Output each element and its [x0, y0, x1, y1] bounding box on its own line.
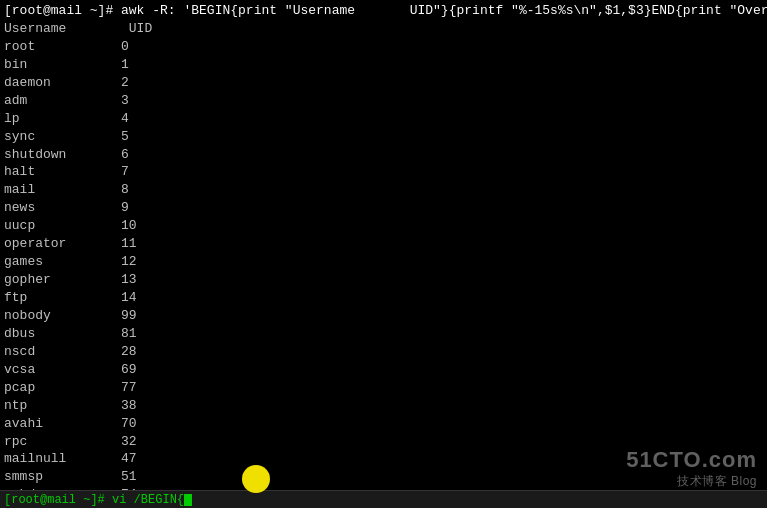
bottom-bar: [root@mail ~]# vi /BEGIN{ [0, 490, 767, 508]
table-row: adm 3 [4, 92, 763, 110]
table-row: halt 7 [4, 163, 763, 181]
table-row: games 12 [4, 253, 763, 271]
watermark: 51CTO.com 技术博客 Blog [626, 447, 757, 490]
table-row: bin 1 [4, 56, 763, 74]
table-row: news 9 [4, 199, 763, 217]
table-row: lp 4 [4, 110, 763, 128]
table-row: nobody 99 [4, 307, 763, 325]
table-row: operator 11 [4, 235, 763, 253]
table-row: avahi 70 [4, 415, 763, 433]
watermark-sub: 技术博客 Blog [677, 473, 757, 490]
command-line: [root@mail ~]# awk -R: 'BEGIN{print "Use… [4, 2, 763, 20]
watermark-main: 51CTO.com [626, 447, 757, 473]
output-header: Username UID [4, 20, 763, 38]
rows-container: root 0bin 1daemon 2adm 3lp 4sync 5shutdo… [4, 38, 763, 508]
table-row: root 0 [4, 38, 763, 56]
terminal-window: [root@mail ~]# awk -R: 'BEGIN{print "Use… [0, 0, 767, 508]
table-row: ftp 14 [4, 289, 763, 307]
terminal-content: [root@mail ~]# awk -R: 'BEGIN{print "Use… [4, 2, 763, 508]
bottom-prompt: [root@mail ~]# vi /BEGIN{ [4, 493, 184, 507]
text-cursor [184, 494, 192, 506]
table-row: vcsa 69 [4, 361, 763, 379]
table-row: uucp 10 [4, 217, 763, 235]
table-row: shutdown 6 [4, 146, 763, 164]
table-row: nscd 28 [4, 343, 763, 361]
table-row: ntp 38 [4, 397, 763, 415]
table-row: gopher 13 [4, 271, 763, 289]
table-row: mail 8 [4, 181, 763, 199]
table-row: sync 5 [4, 128, 763, 146]
table-row: dbus 81 [4, 325, 763, 343]
table-row: pcap 77 [4, 379, 763, 397]
table-row: daemon 2 [4, 74, 763, 92]
